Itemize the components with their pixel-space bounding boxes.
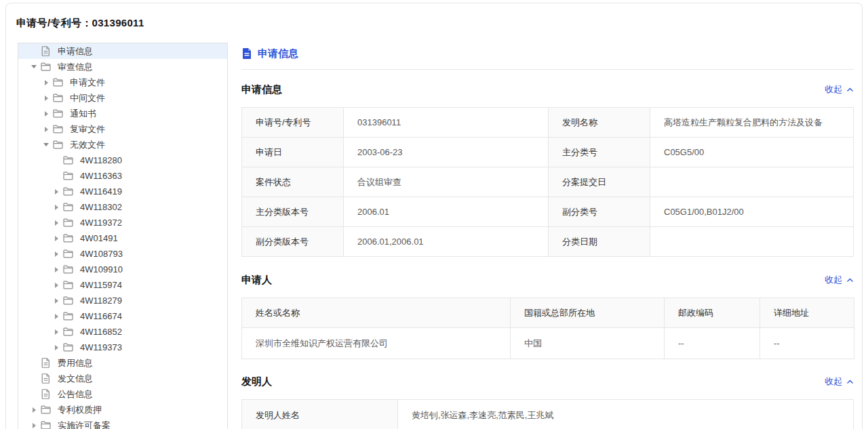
folder-icon [62, 311, 73, 322]
section-head-inventor: 发明人 收起 [241, 375, 854, 388]
tree-item-中间文件[interactable]: 中间文件 [18, 90, 227, 106]
field-label: 发明人姓名 [242, 400, 398, 429]
tree-item-label: 4W115974 [80, 280, 122, 290]
file-text-icon [241, 47, 252, 60]
field-label: 申请日 [242, 138, 344, 167]
field-value: -- [760, 328, 854, 359]
caret-right-icon[interactable] [52, 249, 61, 259]
caret-down-icon[interactable] [29, 62, 39, 72]
tree-item-申请信息[interactable]: 申请信息 [18, 43, 227, 59]
field-value: 黄培钊,张运森,李速亮,范素民,王兆斌 [398, 400, 854, 429]
section-head-app-info: 申请信息 收起 [241, 83, 854, 96]
page-title: 申请号/专利号：031396011 [16, 17, 144, 30]
column-header: 邮政编码 [665, 298, 760, 328]
folder-icon [40, 405, 51, 415]
page-title-value: 031396011 [92, 17, 144, 28]
tree-item-4W109910[interactable]: 4W109910 [18, 262, 227, 277]
tree-item-无效文件[interactable]: 无效文件 [18, 137, 227, 152]
field-label: 发明名称 [549, 108, 650, 138]
tree-item-4W115974[interactable]: 4W115974 [18, 277, 227, 293]
tree-item-复审文件[interactable]: 复审文件 [18, 121, 227, 137]
tree-item-label: 发文信息 [58, 373, 93, 385]
tree-item-4W119372[interactable]: 4W119372 [18, 215, 227, 230]
caret-down-icon[interactable] [41, 140, 51, 150]
tree-item-4W118280[interactable]: 4W118280 [18, 152, 227, 168]
folder-icon [62, 249, 73, 260]
caret-right-icon[interactable] [52, 281, 61, 290]
caret-right-icon[interactable] [41, 125, 51, 134]
collapse-app-info-button[interactable]: 收起 [825, 83, 854, 96]
column-header: 国籍或总部所在地 [511, 298, 665, 328]
table-row: 发明人姓名黄培钊,张运森,李速亮,范素民,王兆斌 [242, 400, 854, 429]
collapse-label: 收起 [825, 83, 842, 96]
caret-right-icon[interactable] [52, 218, 61, 228]
tree-item-4W118279[interactable]: 4W118279 [18, 293, 227, 308]
caret-right-icon[interactable] [52, 296, 61, 306]
caret-right-icon[interactable] [52, 203, 61, 212]
field-label: 分案提交日 [549, 167, 650, 197]
tree-item-4W116363[interactable]: 4W116363 [18, 168, 227, 184]
caret-right-icon[interactable] [41, 94, 51, 103]
caret-right-icon[interactable] [52, 327, 61, 337]
tree-item-4W108793[interactable]: 4W108793 [18, 246, 227, 262]
caret-right-icon[interactable] [52, 187, 61, 197]
folder-icon [62, 264, 73, 275]
tree-item-label: 4W118279 [80, 295, 122, 306]
caret-right-icon[interactable] [52, 234, 61, 243]
collapse-inventor-button[interactable]: 收起 [825, 375, 854, 388]
column-header: 详细地址 [760, 298, 854, 328]
chevron-up-icon [846, 380, 854, 384]
caret-right-icon[interactable] [29, 421, 39, 429]
document-icon [40, 358, 51, 369]
tree-item-label: 申请信息 [58, 45, 93, 58]
tree-item-4W01491[interactable]: 4W01491 [18, 230, 227, 246]
column-header: 姓名或名称 [242, 298, 511, 328]
title-divider [241, 69, 854, 70]
caret-right-icon[interactable] [41, 78, 51, 87]
tree-item-label: 通知书 [70, 108, 96, 120]
tree-item-实施许可备案[interactable]: 实施许可备案 [18, 417, 227, 429]
tree-item-4W116419[interactable]: 4W116419 [18, 184, 227, 199]
table-row: 深圳市全维知识产权运营有限公司中国---- [242, 328, 854, 359]
tree-item-审查信息[interactable]: 审查信息 [18, 59, 227, 75]
caret-right-icon[interactable] [52, 343, 61, 352]
tree-item-发文信息[interactable]: 发文信息 [18, 371, 227, 386]
tree-item-label: 4W116363 [80, 171, 122, 181]
field-value: 高塔造粒生产颗粒复合肥料的方法及设备 [650, 108, 854, 138]
table-row: 申请日2003-06-23主分类号C05G5/00 [242, 138, 854, 167]
field-label: 副分类号 [549, 197, 650, 227]
tree-item-label: 专利权质押 [58, 404, 102, 416]
caret-right-icon[interactable] [29, 405, 39, 415]
document-icon [40, 373, 51, 384]
tree-item-申请文件[interactable]: 申请文件 [18, 75, 227, 90]
tree-item-4W116852[interactable]: 4W116852 [18, 324, 227, 340]
tree-item-label: 费用信息 [58, 357, 93, 369]
tree-item-4W118302[interactable]: 4W118302 [18, 199, 227, 215]
tree-item-公告信息[interactable]: 公告信息 [18, 386, 227, 402]
caret-right-icon[interactable] [52, 265, 61, 274]
tree-item-通知书[interactable]: 通知书 [18, 106, 227, 121]
tree-item-专利权质押[interactable]: 专利权质押 [18, 402, 227, 417]
tree-item-label: 中间文件 [70, 92, 105, 104]
tree-item-4W116674[interactable]: 4W116674 [18, 308, 227, 324]
field-label: 案件状态 [242, 167, 344, 197]
tree-item-费用信息[interactable]: 费用信息 [18, 355, 227, 371]
folder-icon [52, 124, 63, 135]
caret-right-icon[interactable] [52, 312, 61, 321]
caret-right-icon[interactable] [41, 109, 51, 119]
navigation-tree: 申请信息审查信息申请文件中间文件通知书复审文件无效文件4W1182804W116… [18, 43, 228, 429]
folder-icon [62, 295, 73, 306]
collapse-applicant-button[interactable]: 收起 [825, 274, 854, 286]
tree-item-label: 无效文件 [70, 139, 105, 151]
tree-item-4W119373[interactable]: 4W119373 [18, 340, 227, 355]
tree-item-label: 4W118280 [80, 155, 122, 165]
tree-item-label: 4W116419 [80, 186, 122, 197]
folder-icon [52, 77, 63, 88]
tree-item-label: 4W116852 [80, 327, 122, 337]
folder-icon [62, 233, 73, 244]
field-value: -- [665, 328, 760, 359]
folder-icon [52, 140, 63, 150]
collapse-label: 收起 [825, 274, 842, 286]
table-row: 案件状态合议组审查分案提交日 [242, 167, 854, 197]
tree-item-label: 4W116674 [80, 311, 122, 321]
